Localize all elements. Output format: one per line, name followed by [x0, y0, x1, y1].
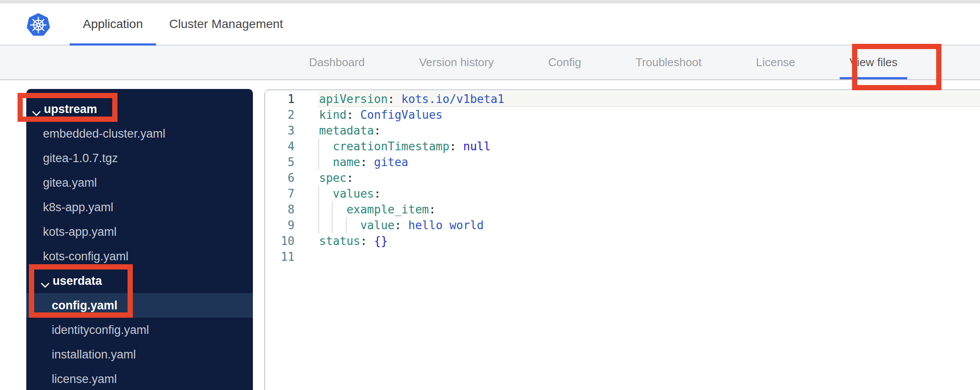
line-number: 1 [265, 91, 295, 107]
topbar-tab-label: Cluster Management [169, 17, 283, 31]
file-tree-item-label: gitea-1.0.7.tgz [43, 152, 118, 165]
application-nav-bar: DashboardVersion historyConfigTroublesho… [0, 46, 980, 80]
top-level-tabs: ApplicationCluster Management [70, 4, 296, 45]
chevron-down-icon [41, 278, 50, 284]
file-tree-item-label: identityconfig.yaml [52, 323, 149, 337]
file-tree-item-label: license.yaml [52, 372, 117, 386]
file-content-editor[interactable]: 1apiVersion: kots.io/v1beta12kind: Confi… [264, 89, 980, 390]
nav-tab-troubleshoot[interactable]: Troubleshoot [608, 46, 729, 79]
code-line-5: 5 name: gitea [265, 154, 980, 170]
code-line-9: 9 value: hello world [265, 217, 980, 233]
line-number: 3 [265, 123, 295, 138]
file-tree-item-kots-config-yaml[interactable]: kots-config.yaml [26, 244, 253, 269]
line-number: 11 [265, 249, 295, 265]
file-tree-item-kots-app-yaml[interactable]: kots-app.yaml [26, 220, 253, 244]
line-number: 9 [265, 217, 295, 233]
code-line-4: 4 creationTimestamp: null [265, 138, 980, 154]
file-tree-item-label: gitea.yaml [43, 176, 97, 190]
code-line-1: 1apiVersion: kots.io/v1beta1 [265, 91, 980, 107]
line-number: 7 [265, 186, 295, 202]
line-number: 8 [265, 202, 295, 217]
file-tree-item-label: kots-config.yaml [43, 250, 128, 263]
kubernetes-logo-icon [27, 13, 50, 37]
code-line-text: name: gitea [295, 154, 980, 170]
file-tree-item-label: k8s-app.yaml [43, 201, 114, 214]
code-line-7: 7 values: [265, 186, 980, 202]
nav-tab-label: View files [849, 56, 897, 69]
line-number: 4 [265, 138, 295, 154]
nav-tab-view-files[interactable]: View files [822, 46, 924, 79]
file-tree-item-identityconfig-yaml[interactable]: identityconfig.yaml [26, 318, 253, 342]
nav-tab-label: Version history [419, 56, 494, 69]
file-tree-item-config-yaml[interactable]: config.yaml [26, 293, 253, 318]
code-line-2: 2kind: ConfigValues [265, 107, 980, 123]
line-number: 10 [265, 233, 295, 249]
file-tree-item-k8s-app-yaml[interactable]: k8s-app.yaml [26, 195, 253, 220]
topbar-tab-label: Application [83, 17, 143, 31]
application-nav-tabs: DashboardVersion historyConfigTroublesho… [282, 46, 925, 79]
code-line-text: spec: [295, 170, 980, 186]
file-tree-item-installation-yaml[interactable]: installation.yaml [26, 342, 253, 367]
code-line-8: 8 example_item: [265, 202, 980, 217]
nav-tab-version-history[interactable]: Version history [392, 46, 521, 79]
kots-admin-console: ApplicationCluster Management DashboardV… [0, 0, 980, 390]
file-tree-item-label: userdata [53, 274, 102, 288]
topbar-tab-cluster-management[interactable]: Cluster Management [156, 4, 296, 45]
file-tree-sidebar: upstreamembedded-cluster.yamlgitea-1.0.7… [26, 89, 253, 390]
code-line-3: 3metadata: [265, 123, 980, 138]
file-tree-item-upstream[interactable]: upstream [26, 97, 253, 121]
chevron-down-icon [32, 106, 41, 112]
nav-tab-dashboard[interactable]: Dashboard [282, 46, 392, 79]
code-line-text: value: hello world [295, 217, 980, 233]
code-line-text: values: [295, 186, 980, 202]
nav-tab-label: Config [548, 56, 581, 69]
code-line-text: creationTimestamp: null [295, 138, 980, 154]
nav-tab-label: License [756, 56, 795, 69]
file-tree-item-label: installation.yaml [52, 348, 136, 362]
file-tree-item-userdata[interactable]: userdata [26, 269, 253, 293]
file-tree-item-label: config.yaml [52, 299, 117, 312]
nav-tab-label: Dashboard [309, 56, 365, 69]
code-line-10: 10status: {} [265, 233, 980, 249]
window-top-edge [0, 0, 980, 4]
code-line-11: 11 [265, 249, 980, 265]
nav-tab-license[interactable]: License [729, 46, 823, 79]
file-tree-item-label: kots-app.yaml [43, 225, 117, 239]
file-tree-item-label: upstream [44, 103, 97, 116]
top-app-bar: ApplicationCluster Management [0, 4, 980, 46]
file-tree-item-gitea-1-0-7-tgz[interactable]: gitea-1.0.7.tgz [26, 146, 253, 170]
line-number: 5 [265, 154, 295, 170]
file-tree-item-gitea-yaml[interactable]: gitea.yaml [26, 170, 253, 195]
code-line-6: 6spec: [265, 170, 980, 186]
code-line-text: apiVersion: kots.io/v1beta1 [295, 91, 980, 107]
file-tree-item-license-yaml[interactable]: license.yaml [26, 367, 253, 390]
file-tree-item-embedded-cluster-yaml[interactable]: embedded-cluster.yaml [26, 121, 253, 146]
line-number: 6 [265, 170, 295, 186]
file-tree-item-label: embedded-cluster.yaml [43, 127, 165, 141]
line-number: 2 [265, 107, 295, 123]
code-line-text: metadata: [295, 123, 980, 138]
topbar-tab-application[interactable]: Application [70, 4, 156, 45]
code-line-text: status: {} [295, 233, 980, 249]
nav-tab-label: Troubleshoot [636, 56, 702, 69]
nav-tab-config[interactable]: Config [521, 46, 608, 79]
code-line-text: example_item: [295, 202, 980, 217]
code-line-text [295, 249, 980, 265]
code-line-text: kind: ConfigValues [295, 107, 980, 123]
